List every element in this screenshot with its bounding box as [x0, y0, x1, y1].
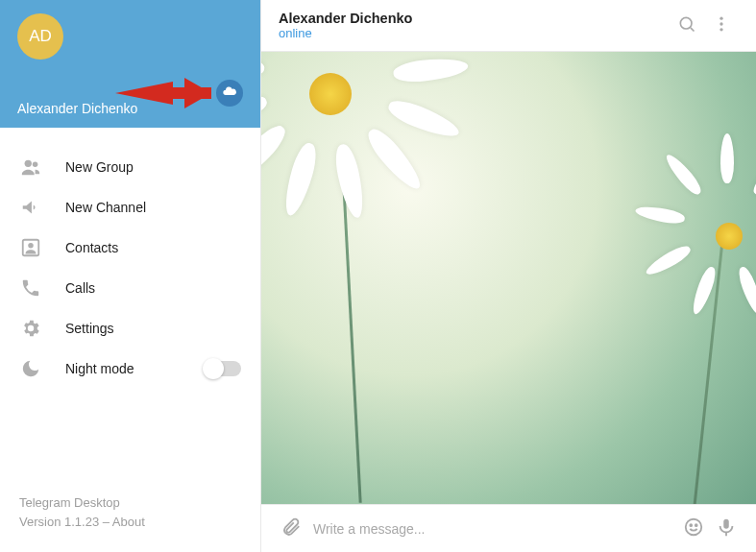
- voice-button[interactable]: [710, 513, 743, 545]
- megaphone-icon: [19, 196, 42, 219]
- more-vertical-icon: [712, 14, 731, 37]
- chat-body: [261, 52, 756, 504]
- search-icon: [677, 14, 696, 37]
- menu-label: New Group: [65, 159, 134, 175]
- sidebar-menu: New Group New Channel Contacts Calls Set…: [0, 128, 260, 493]
- menu-night-mode[interactable]: Night mode: [0, 348, 260, 389]
- background-flower: [261, 52, 415, 179]
- smile-icon: [683, 516, 704, 541]
- svg-point-10: [719, 28, 722, 31]
- moon-icon: [19, 357, 42, 380]
- gear-icon: [19, 317, 42, 340]
- menu-label: Settings: [65, 321, 114, 336]
- chat-panel: Alexander Dichenko online: [261, 0, 756, 552]
- chat-header: Alexander Dichenko online: [261, 0, 756, 52]
- svg-point-5: [28, 243, 34, 249]
- svg-point-6: [680, 17, 692, 29]
- svg-point-3: [33, 162, 38, 168]
- emoji-button[interactable]: [677, 513, 710, 545]
- chat-title-block[interactable]: Alexander Dichenko online: [279, 11, 670, 40]
- night-mode-toggle[interactable]: [205, 361, 241, 376]
- profile-name: Alexander Dichenko: [17, 101, 243, 116]
- svg-point-13: [695, 524, 697, 526]
- search-button[interactable]: [670, 9, 704, 43]
- background-flower: [670, 177, 756, 292]
- menu-settings[interactable]: Settings: [0, 308, 260, 348]
- sidebar-header: AD Alexander Dichenko: [0, 0, 260, 128]
- more-button[interactable]: [704, 9, 739, 43]
- group-icon: [19, 156, 42, 179]
- chat-title: Alexander Dichenko: [279, 11, 670, 26]
- menu-new-group[interactable]: New Group: [0, 147, 260, 187]
- svg-point-2: [25, 160, 32, 167]
- sidebar-footer: Telegram Desktop Version 1.1.23 – About: [0, 493, 260, 552]
- svg-point-9: [719, 22, 722, 25]
- avatar[interactable]: AD: [17, 13, 63, 60]
- microphone-icon: [716, 516, 737, 541]
- menu-calls[interactable]: Calls: [0, 268, 260, 308]
- cloud-icon: [222, 84, 237, 103]
- svg-point-11: [686, 518, 702, 535]
- footer-title: Telegram Desktop: [19, 493, 241, 513]
- svg-point-12: [690, 524, 692, 526]
- phone-icon: [19, 276, 42, 300]
- menu-label: Night mode: [65, 361, 134, 376]
- menu-label: Contacts: [65, 240, 118, 255]
- attach-button[interactable]: [275, 513, 307, 545]
- footer-version[interactable]: Version 1.1.23 – About: [19, 513, 241, 532]
- person-icon: [19, 236, 42, 259]
- menu-label: New Channel: [65, 200, 146, 215]
- chat-input-bar: [261, 504, 756, 552]
- menu-new-channel[interactable]: New Channel: [0, 187, 260, 228]
- svg-point-8: [719, 16, 722, 19]
- message-input[interactable]: [307, 521, 677, 537]
- svg-line-7: [691, 27, 695, 31]
- menu-label: Calls: [65, 280, 95, 296]
- saved-messages-cloud-button[interactable]: [216, 80, 243, 107]
- app-root: AD Alexander Dichenko New Group: [0, 0, 756, 552]
- menu-contacts[interactable]: Contacts: [0, 228, 260, 268]
- sidebar: AD Alexander Dichenko New Group: [0, 0, 261, 552]
- chat-status: online: [279, 26, 670, 40]
- paperclip-icon: [280, 516, 302, 541]
